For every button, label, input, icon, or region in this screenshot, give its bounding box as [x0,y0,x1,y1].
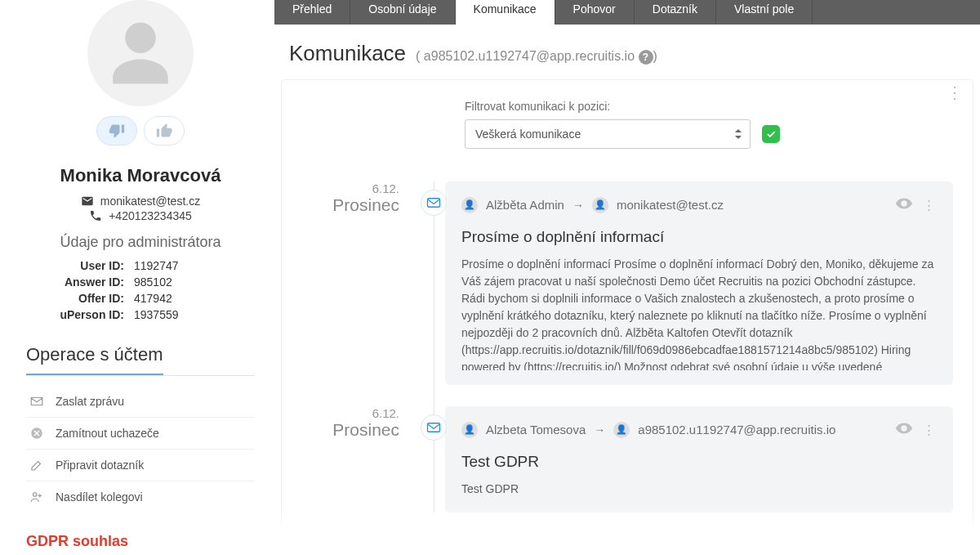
thumbs-up-button[interactable] [144,116,185,145]
answer-id-label: Answer ID: [51,275,124,289]
candidate-email: monikatest@test.cz [100,195,200,208]
caret-up-icon [735,129,742,132]
message-to: a985102.u1192747@app.recruitis.io [638,423,835,436]
avatar-wrap [26,0,255,106]
page-subtitle: ( a985102.u1192747@app.recruitis.io ?) [416,49,657,65]
tab-strip: Přehled Osobní údaje Komunikace Pohovor … [274,0,980,25]
message-card: 👤 Alzbeta Tomesova → 👤 a985102.u1192747@… [445,406,953,512]
message-subject: Prosíme o doplnění informací [461,228,937,246]
offer-id-value: 417942 [134,292,230,305]
candidate-phone-row[interactable]: +420123234345 [26,209,255,222]
message-body: Test GDPR [461,481,937,498]
timeline-date-short: 6.12. [301,406,399,420]
svg-rect-2 [428,423,440,432]
message-menu-button[interactable]: ⋮ [921,198,937,213]
op-questionnaire[interactable]: Připravit dotazník [26,450,255,481]
op-send-message-label: Zaslat zprávu [56,395,124,408]
message-menu-button[interactable]: ⋮ [921,423,937,437]
op-send-message[interactable]: Zaslat zprávu [26,386,255,418]
sender-avatar-icon: 👤 [461,422,478,438]
candidate-sidebar: Monika Moravcová monikatest@test.cz +420… [26,0,255,512]
timeline-date-month: Prosinec [301,195,399,215]
timeline-item: 6.12. Prosinec 👤 Alzbeta Tomesova → 👤 a9… [445,406,953,512]
op-share[interactable]: Nasdílet kolegovi [26,481,255,512]
ops-title-wrap: Operace s účtem [26,321,255,376]
timeline: 6.12. Prosinec 👤 Alžběta Admin → 👤 monik… [301,181,953,512]
thumbs-up-icon [156,123,172,139]
message-body: Prosíme o doplnění informací Prosíme o d… [461,256,937,370]
message-from: Alzbeta Tomesova [486,423,586,436]
avatar-placeholder-icon [104,16,177,90]
page-title-row: Komunikace ( a985102.u1192747@app.recrui… [274,25,980,79]
recipient-avatar-icon: 👤 [613,422,630,438]
avatar [87,0,194,106]
arrow-right-icon: → [594,423,605,436]
message-from: Alžběta Admin [486,198,564,212]
filter-label: Filtrovat komunikaci k pozici: [465,100,953,113]
arrow-right-icon: → [572,199,584,212]
message-header: 👤 Alzbeta Tomesova → 👤 a985102.u1192747@… [461,419,937,440]
envelope-outline-icon [29,394,44,409]
message-to: monikatest@test.cz [617,198,724,212]
card-menu-button[interactable]: ⋮ [947,90,963,95]
eye-icon [895,195,913,213]
eye-icon [895,419,913,437]
admin-section-title: Údaje pro administrátora [26,234,255,251]
op-questionnaire-label: Připravit dotazník [56,459,144,472]
gdpr-consent-label[interactable]: GDPR souhlas [26,533,128,550]
filter-select[interactable]: Veškerá komunikace [465,119,751,149]
tab-personal[interactable]: Osobní údaje [350,0,454,25]
thumbs-down-button[interactable] [96,116,137,145]
candidate-email-row[interactable]: monikatest@test.cz [26,195,255,208]
tab-custom[interactable]: Vlastní pole [715,0,813,25]
candidate-phone: +420123234345 [109,209,192,222]
tab-interview[interactable]: Pohovor [555,0,634,25]
message-card: 👤 Alžběta Admin → 👤 monikatest@test.cz ⋮… [445,181,953,385]
help-icon[interactable]: ? [639,50,653,65]
recipient-avatar-icon: 👤 [592,197,608,213]
candidate-name: Monika Moravcová [26,165,255,186]
timeline-date-month: Prosinec [301,420,399,440]
timeline-item: 6.12. Prosinec 👤 Alžběta Admin → 👤 monik… [445,181,953,385]
uperson-id-value: 1937559 [134,308,230,321]
communication-card: ⋮ Filtrovat komunikaci k pozici: Veškerá… [281,79,973,554]
main-area: Přehled Osobní údaje Komunikace Pohovor … [274,0,980,554]
timeline-badge [421,190,447,216]
uperson-id-label: uPerson ID: [51,308,124,321]
check-icon [765,128,777,140]
envelope-icon [81,195,94,208]
svg-rect-1 [428,199,440,208]
edit-icon [29,458,44,472]
admin-ids: User ID: 1192747 Answer ID: 985102 Offer… [26,259,255,321]
page-generated-email: a985102.u1192747@app.recruitis.io [424,49,635,63]
timeline-date-short: 6.12. [301,181,399,195]
ops-title: Operace s účtem [26,344,163,375]
tab-questionnaire[interactable]: Dotazník [634,0,715,25]
user-id-value: 1192747 [134,259,230,272]
message-visibility-button[interactable] [895,419,913,440]
page-title: Komunikace [289,41,406,66]
reject-icon [29,426,44,441]
page-sub-suffix: ) [653,49,657,63]
op-reject[interactable]: Zamítnout uchazeče [26,418,255,450]
page-sub-prefix: ( [416,49,424,63]
op-reject-label: Zamítnout uchazeče [56,427,159,440]
tab-overview[interactable]: Přehled [274,0,350,25]
tab-communication[interactable]: Komunikace [455,0,555,25]
answer-id-value: 985102 [134,275,230,289]
filter-apply-button[interactable] [762,125,780,143]
thumbs-down-icon [109,123,125,139]
caret-down-icon [735,136,742,139]
timeline-badge [421,414,447,441]
filter-row: Veškerá komunikace [465,119,953,149]
message-subject: Test GDPR [461,453,937,471]
message-visibility-button[interactable] [895,195,913,215]
filter-select-value: Veškerá komunikace [475,128,581,141]
timeline-date: 6.12. Prosinec [301,406,399,440]
mail-outline-icon [426,422,441,433]
offer-id-label: Offer ID: [51,292,124,305]
filter-block: Filtrovat komunikaci k pozici: Veškerá k… [465,100,953,149]
share-user-icon [29,490,44,504]
tabs-spacer [813,0,980,25]
phone-icon [89,209,102,222]
